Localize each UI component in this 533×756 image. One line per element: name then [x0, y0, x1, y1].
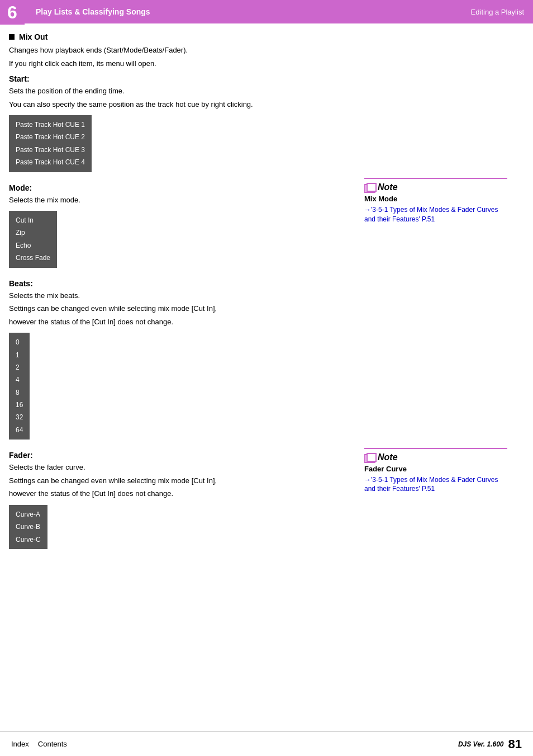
footer-brand: DJS Ver. 1.600	[458, 740, 504, 748]
hot-cue-menu: Paste Track Hot CUE 1 Paste Track Hot CU…	[9, 115, 92, 172]
beats-item-64[interactable]: 64	[16, 424, 23, 436]
note2-icon	[364, 453, 375, 462]
note1-link[interactable]: →'3-5-1 Types of Mix Modes & Fader Curve…	[364, 205, 507, 224]
beats-item-8[interactable]: 8	[16, 386, 23, 399]
footer-index[interactable]: Index	[11, 740, 29, 748]
beats-text-2: Settings can be changed even while selec…	[9, 303, 349, 314]
fader-menu: Curve-A Curve-B Curve-C	[9, 505, 47, 549]
beats-item-0[interactable]: 0	[16, 336, 23, 348]
fader-item-curve-b[interactable]: Curve-B	[16, 521, 41, 533]
footer-contents[interactable]: Contents	[38, 740, 67, 748]
beats-item-4[interactable]: 4	[16, 374, 23, 386]
hot-cue-item-4[interactable]: Paste Track Hot CUE 4	[16, 156, 85, 168]
bullet-icon	[9, 34, 15, 40]
footer-right: DJS Ver. 1.600 81	[458, 737, 522, 752]
section-title: Editing a Playlist	[471, 8, 524, 16]
beats-item-16[interactable]: 16	[16, 399, 23, 411]
fader-text-3: however the status of the [Cut In] does …	[9, 488, 349, 499]
main-container: Mix Out Changes how playback ends (Start…	[0, 23, 533, 555]
start-label: Start:	[9, 74, 349, 83]
note1-header: Note	[364, 182, 507, 192]
fader-item-curve-c[interactable]: Curve-C	[16, 533, 41, 546]
note2-box: Note Fader Curve →'3-5-1 Types of Mix Mo…	[364, 448, 507, 494]
beats-label: Beats:	[9, 279, 349, 288]
mix-out-heading: Mix Out	[9, 32, 349, 41]
note1-box: Note Mix Mode →'3-5-1 Types of Mix Modes…	[364, 178, 507, 224]
intro-text-1: Changes how playback ends (Start/Mode/Be…	[9, 45, 349, 56]
content-area: Mix Out Changes how playback ends (Start…	[0, 32, 358, 555]
mode-item-echo[interactable]: Echo	[16, 239, 50, 252]
note1-icon	[364, 183, 375, 192]
fader-text-1: Selects the fader curve.	[9, 462, 349, 473]
note2-label: Note	[378, 452, 398, 462]
mode-item-cut-in[interactable]: Cut In	[16, 214, 50, 226]
mode-item-cross-fade[interactable]: Cross Fade	[16, 252, 50, 264]
beats-text-3: however the status of the [Cut In] does …	[9, 316, 349, 328]
beats-item-32[interactable]: 32	[16, 411, 23, 423]
note2-spacer: Note Fader Curve →'3-5-1 Types of Mix Mo…	[364, 448, 507, 494]
note1-label: Note	[378, 182, 398, 192]
note1-title: Mix Mode	[364, 195, 507, 203]
chapter-title: Play Lists & Classifying Songs	[36, 7, 150, 16]
page-footer: Index Contents DJS Ver. 1.600 81	[0, 731, 533, 756]
page-header: 6 Play Lists & Classifying Songs Editing…	[0, 0, 533, 23]
mode-label: Mode:	[9, 183, 349, 192]
fader-item-curve-a[interactable]: Curve-A	[16, 508, 41, 521]
fader-text-2: Settings can be changed even while selec…	[9, 475, 349, 486]
sidebar: Note Mix Mode →'3-5-1 Types of Mix Modes…	[358, 32, 514, 555]
mix-out-label: Mix Out	[19, 32, 47, 41]
beats-item-1[interactable]: 1	[16, 349, 23, 361]
chapter-number: 6	[0, 0, 25, 25]
mode-item-zip[interactable]: Zip	[16, 226, 50, 239]
footer-page: 81	[508, 737, 522, 752]
note1-spacer: Note Mix Mode →'3-5-1 Types of Mix Modes…	[364, 178, 507, 224]
start-text-2: You can also specify the same position a…	[9, 99, 349, 110]
note2-link[interactable]: →'3-5-1 Types of Mix Modes & Fader Curve…	[364, 475, 507, 494]
beats-item-2[interactable]: 2	[16, 361, 23, 374]
beats-text-1: Selects the mix beats.	[9, 290, 349, 301]
beats-menu: 0 1 2 4 8 16 32 64	[9, 333, 30, 440]
fader-label: Fader:	[9, 451, 349, 460]
hot-cue-item-1[interactable]: Paste Track Hot CUE 1	[16, 119, 85, 131]
hot-cue-item-2[interactable]: Paste Track Hot CUE 2	[16, 131, 85, 143]
start-text-1: Sets the position of the ending time.	[9, 86, 349, 97]
note2-header: Note	[364, 452, 507, 462]
mode-menu: Cut In Zip Echo Cross Fade	[9, 211, 57, 268]
intro-text-2: If you right click each item, its menu w…	[9, 58, 349, 69]
note2-title: Fader Curve	[364, 465, 507, 473]
hot-cue-item-3[interactable]: Paste Track Hot CUE 3	[16, 144, 85, 156]
mode-text: Selects the mix mode.	[9, 195, 349, 206]
